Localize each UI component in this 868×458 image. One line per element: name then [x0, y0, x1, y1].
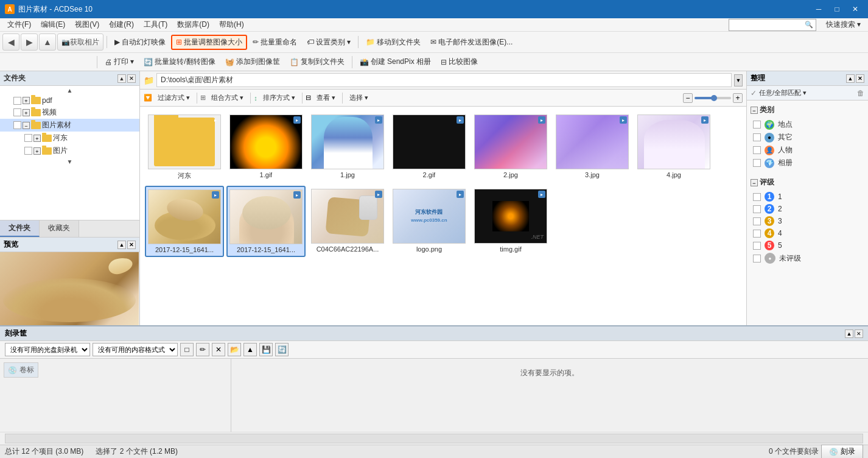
disc-refresh-button[interactable]: 🔄	[275, 343, 289, 356]
expand-pics[interactable]: +	[33, 147, 41, 155]
file-item-1jpg[interactable]: 1.jpg	[308, 111, 387, 183]
menu-view[interactable]: 视图(V)	[70, 18, 104, 31]
disc-pin-button[interactable]: ▲	[845, 329, 853, 338]
email-images-button[interactable]: ✉ 电子邮件发送图像(E)...	[426, 35, 517, 49]
up-button[interactable]: ▲	[39, 33, 56, 51]
batch-rotate-button[interactable]: 🔄 批量旋转/翻转图像	[139, 55, 219, 69]
expand-video[interactable]: +	[23, 109, 30, 116]
panel-close-button[interactable]: ✕	[127, 74, 136, 83]
rating-checkbox-1[interactable]	[753, 193, 761, 201]
file-item-timg[interactable]: .NET timg.gif	[471, 186, 550, 257]
copy-to-folder-button[interactable]: 📋 复制到文件夹	[285, 55, 349, 69]
match-label[interactable]: 任意/全部匹配 ▾	[759, 88, 807, 97]
right-panel-pin-button[interactable]: ▲	[846, 74, 855, 83]
disc-save-button[interactable]: 💾	[259, 343, 273, 356]
expand-pdf[interactable]: +	[23, 97, 30, 104]
disc-import-button[interactable]: 📂	[228, 343, 241, 356]
tree-item-video[interactable]: + 视频	[0, 106, 139, 119]
tree-item-pics[interactable]: + 图片	[0, 144, 139, 157]
tree-item-images[interactable]: − 图片素材	[0, 119, 139, 132]
close-button[interactable]: ✕	[847, 3, 863, 15]
menu-edit[interactable]: 编辑(E)	[36, 18, 70, 31]
file-item-4jpg[interactable]: 4.jpg	[634, 111, 713, 183]
rating-item-5[interactable]: 5 5	[751, 239, 864, 252]
compare-images-button[interactable]: ⊟ 比较图像	[436, 55, 482, 69]
panel-pin-button[interactable]: ▲	[117, 74, 126, 83]
rating-checkbox-unrated[interactable]	[753, 255, 761, 262]
rating-item-3[interactable]: 3 3	[751, 215, 864, 227]
tree-checkbox-images[interactable]	[13, 121, 21, 129]
disc-new-button[interactable]: □	[180, 343, 194, 356]
tab-favorites[interactable]: 收藏夹	[40, 220, 79, 237]
menu-file[interactable]: 文件(F)	[2, 18, 36, 31]
set-category-button[interactable]: 🏷 设置类别 ▾	[303, 35, 355, 49]
category-item-people[interactable]: 👤 人物	[751, 144, 864, 157]
rating-checkbox-2[interactable]	[753, 205, 761, 213]
cat-checkbox-location[interactable]	[753, 121, 761, 129]
rating-item-unrated[interactable]: ● 未评级	[751, 252, 864, 265]
rating-item-2[interactable]: 2 2	[751, 203, 864, 215]
file-item-2gif[interactable]: 2.gif	[390, 111, 469, 183]
tree-checkbox-hedong[interactable]	[24, 134, 32, 142]
tree-scroll-up[interactable]: ▲	[0, 86, 139, 95]
get-photos-button[interactable]: 📷 获取相片	[57, 33, 103, 51]
maximize-button[interactable]: □	[829, 3, 845, 15]
quick-search-btn[interactable]: 快速搜索 ▾	[821, 18, 866, 31]
menu-create[interactable]: 创建(R)	[104, 18, 139, 31]
cat-checkbox-album[interactable]	[753, 159, 761, 167]
zoom-slider-track[interactable]	[695, 97, 731, 99]
category-expand-icon[interactable]: −	[751, 107, 758, 114]
move-to-folder-button[interactable]: 📁 移动到文件夹	[362, 35, 425, 49]
rating-section-header[interactable]: − 评级	[751, 175, 864, 189]
add-to-basket-button[interactable]: 🧺 添加到图像筐	[221, 55, 284, 69]
file-item-logo[interactable]: 河东软件园www.pc0359.cn logo.png	[390, 186, 469, 257]
file-item-hedong[interactable]: 河东	[145, 111, 224, 183]
back-button[interactable]: ◀	[2, 33, 19, 51]
menu-database[interactable]: 数据库(D)	[172, 18, 214, 31]
category-item-album[interactable]: 💎 相册	[751, 157, 864, 169]
disc-recorder-select[interactable]: 没有可用的光盘刻录机	[5, 343, 90, 356]
group-mode-button[interactable]: 组合方式 ▾	[208, 91, 247, 104]
disc-tab-label[interactable]: 💿 卷标	[4, 362, 38, 378]
file-item-3jpg[interactable]: 3.jpg	[553, 111, 632, 183]
file-item-dog1[interactable]: 2017-12-15_1641...	[145, 186, 224, 257]
category-item-location[interactable]: 🌍 地点	[751, 118, 864, 131]
view-mode-button[interactable]: 查看 ▾	[313, 91, 339, 104]
minimize-button[interactable]: ─	[811, 3, 827, 15]
forward-button[interactable]: ▶	[21, 33, 38, 51]
category-section-header[interactable]: − 类别	[751, 103, 864, 117]
clear-icon[interactable]: 🗑	[857, 89, 864, 97]
select-mode-button[interactable]: 选择 ▾	[346, 91, 372, 104]
rating-expand-icon[interactable]: −	[751, 179, 758, 186]
menu-tools[interactable]: 工具(T)	[139, 18, 172, 31]
batch-resize-button[interactable]: ⊞ 批量调整图像大小	[171, 35, 247, 50]
rating-checkbox-5[interactable]	[753, 242, 761, 250]
burn-button[interactable]: 💿 刻录	[821, 445, 863, 458]
tree-checkbox-pdf[interactable]	[13, 97, 21, 105]
preview-close-button[interactable]: ✕	[127, 241, 136, 249]
expand-images[interactable]: −	[23, 122, 30, 129]
create-sendpix-button[interactable]: 📸 创建 SendPix 相册	[355, 55, 435, 69]
preview-pin-button[interactable]: ▲	[117, 241, 126, 249]
address-dropdown[interactable]: ▼	[734, 74, 743, 86]
rating-checkbox-3[interactable]	[753, 217, 761, 225]
tree-checkbox-video[interactable]	[13, 108, 21, 116]
rating-item-1[interactable]: 1 1	[751, 191, 864, 203]
zoom-plus-button[interactable]: +	[733, 93, 743, 103]
file-item-dog2[interactable]: 2017-12-15_1641...	[226, 186, 306, 257]
menu-help[interactable]: 帮助(H)	[214, 18, 249, 31]
disc-format-select[interactable]: 没有可用的内容格式式	[93, 343, 178, 356]
expand-hedong[interactable]: +	[33, 135, 41, 142]
batch-rename-button[interactable]: ✏ 批量重命名	[248, 35, 301, 49]
disc-close-button[interactable]: ✕	[855, 329, 863, 338]
tree-scroll-down[interactable]: ▼	[0, 157, 139, 166]
tree-item-hedong[interactable]: + 河东	[0, 132, 139, 144]
search-box[interactable]: 🔍	[729, 19, 816, 31]
file-item-1gif[interactable]: 1.gif	[226, 111, 306, 183]
disc-up-button[interactable]: ▲	[243, 343, 257, 356]
disc-edit-button[interactable]: ✏	[196, 343, 209, 356]
tree-checkbox-pics[interactable]	[24, 147, 32, 155]
filter-mode-button[interactable]: 过滤方式 ▾	[154, 91, 194, 104]
cat-checkbox-people[interactable]	[753, 146, 761, 154]
right-panel-close-button[interactable]: ✕	[856, 74, 864, 83]
